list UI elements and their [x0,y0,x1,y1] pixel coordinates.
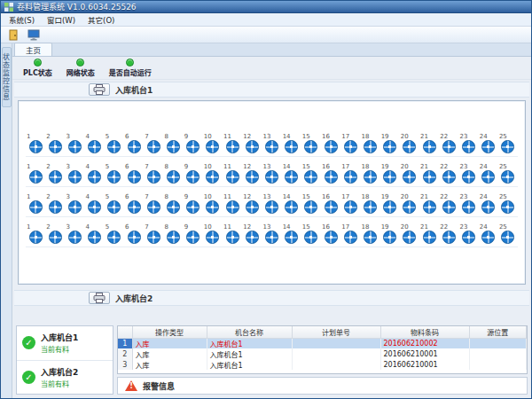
coil-position[interactable]: 19 [380,133,400,153]
coil-position[interactable]: 4 [85,133,105,153]
coil-position[interactable]: 21 [419,133,439,153]
coil-position[interactable]: 6 [124,223,144,244]
coil-position[interactable]: 24 [479,163,498,184]
coil-position[interactable]: 1 [26,223,45,244]
toolbar-button-exit[interactable] [4,27,22,42]
coil-position[interactable]: 16 [321,163,340,184]
table-row[interactable]: 3入库入库机台1201606210001 [118,359,527,370]
coil-position[interactable]: 7 [144,223,163,244]
coil-position[interactable]: 20 [400,163,419,184]
coil-position[interactable]: 11 [223,163,242,184]
coil-position[interactable]: 24 [479,193,498,214]
coil-position[interactable]: 8 [163,223,183,244]
coil-position[interactable]: 16 [321,223,340,244]
coil-position[interactable]: 24 [479,133,498,153]
menu-item[interactable]: 其它(O) [82,14,121,25]
coil-position[interactable]: 6 [124,193,144,214]
coil-position[interactable]: 16 [321,193,340,214]
coil-position[interactable]: 22 [439,133,458,153]
coil-position[interactable]: 19 [380,163,400,184]
coil-position[interactable]: 18 [360,133,379,153]
coil-position[interactable]: 17 [340,193,360,214]
coil-position[interactable]: 18 [360,223,379,244]
coil-position[interactable]: 23 [458,133,478,153]
table-row[interactable]: 2入库入库机台1201606210001 [118,348,527,359]
coil-position[interactable]: 2 [45,133,65,153]
coil-position[interactable]: 19 [380,193,400,214]
coil-position[interactable]: 4 [85,223,105,244]
coil-position[interactable]: 2 [45,223,65,244]
side-panel-tab[interactable]: 状态监控信息 [2,47,12,107]
coil-position[interactable]: 4 [85,193,105,214]
coil-position[interactable]: 3 [65,193,84,214]
coil-position[interactable]: 22 [439,163,458,184]
coil-position[interactable]: 14 [282,193,301,214]
coil-position[interactable]: 25 [498,193,518,214]
coil-position[interactable]: 11 [223,133,242,153]
column-header[interactable]: 物料条码 [380,326,469,338]
coil-position[interactable]: 16 [321,133,340,153]
coil-position[interactable]: 13 [262,193,281,214]
coil-position[interactable]: 6 [124,163,144,184]
coil-position[interactable]: 17 [340,223,360,244]
tab-home[interactable]: 主页 [14,43,52,56]
coil-position[interactable]: 13 [262,133,281,153]
coil-position[interactable]: 20 [400,223,419,244]
coil-position[interactable]: 22 [439,223,458,244]
machine-card-1[interactable]: ✓ 入库机台1 当前有料 [17,326,113,361]
print-button-station2[interactable] [89,292,110,304]
coil-position[interactable]: 10 [203,223,223,244]
coil-position[interactable]: 12 [242,223,262,244]
toolbar-button-monitor[interactable] [25,27,43,42]
coil-position[interactable]: 12 [242,133,262,153]
coil-position[interactable]: 20 [400,133,419,153]
coil-position[interactable]: 5 [105,193,124,214]
coil-position[interactable]: 24 [479,223,498,244]
column-header[interactable]: 计划单号 [292,326,380,338]
coil-position[interactable]: 5 [105,163,124,184]
coil-position[interactable]: 22 [439,193,458,214]
coil-position[interactable]: 9 [184,163,203,184]
coil-position[interactable]: 10 [203,193,223,214]
coil-position[interactable]: 20 [400,193,419,214]
coil-position[interactable]: 15 [301,223,321,244]
coil-position[interactable]: 3 [65,163,84,184]
coil-position[interactable]: 18 [360,163,379,184]
coil-position[interactable]: 13 [262,223,281,244]
coil-position[interactable]: 15 [301,163,321,184]
coil-position[interactable]: 9 [184,223,203,244]
coil-position[interactable]: 8 [163,163,183,184]
coil-position[interactable]: 23 [458,163,478,184]
coil-position[interactable]: 1 [26,163,45,184]
coil-position[interactable]: 8 [163,133,183,153]
coil-position[interactable]: 7 [144,133,163,153]
coil-position[interactable]: 25 [498,163,518,184]
coil-position[interactable]: 3 [65,223,84,244]
coil-position[interactable]: 2 [45,193,65,214]
titlebar[interactable]: 卷料管理系统 V1.0.6034.25526 [1,1,531,13]
coil-position[interactable]: 14 [282,163,301,184]
coil-position[interactable]: 3 [65,133,84,153]
coil-position[interactable]: 12 [242,163,262,184]
coil-position[interactable]: 21 [419,223,439,244]
coil-position[interactable]: 25 [498,133,518,153]
coil-position[interactable]: 18 [360,193,379,214]
coil-position[interactable]: 8 [163,193,183,214]
coil-position[interactable]: 5 [105,223,124,244]
coil-position[interactable]: 23 [458,223,478,244]
coil-position[interactable]: 14 [282,223,301,244]
coil-position[interactable]: 4 [85,163,105,184]
coil-position[interactable]: 1 [26,193,45,214]
coil-position[interactable]: 12 [242,193,262,214]
column-header-rownum[interactable] [118,326,132,338]
coil-position[interactable]: 15 [301,193,321,214]
coil-position[interactable]: 6 [124,133,144,153]
print-button-station1[interactable] [89,83,110,96]
coil-position[interactable]: 17 [340,133,360,153]
coil-position[interactable]: 13 [262,163,281,184]
coil-position[interactable]: 15 [301,133,321,153]
column-header[interactable]: 源位置 [469,326,527,338]
coil-position[interactable]: 10 [203,163,223,184]
coil-position[interactable]: 17 [340,163,360,184]
coil-position[interactable]: 9 [184,133,203,153]
